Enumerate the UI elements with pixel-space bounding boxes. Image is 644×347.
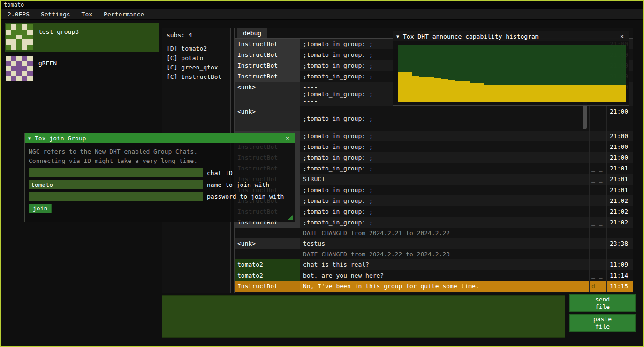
close-icon[interactable]: × (618, 33, 626, 40)
message-text: ---- ;tomato_in_group: ; ---- (300, 106, 589, 131)
histogram-bar (533, 85, 540, 102)
avatar-pixel (11, 71, 17, 76)
sender-name: tomato2 (235, 270, 300, 281)
member-item[interactable]: [C] green_qtox (167, 63, 226, 72)
menu-item-2-0fps[interactable]: 2.0FPS (2, 9, 35, 20)
close-icon[interactable]: × (284, 135, 291, 142)
menu-item-tox[interactable]: Tox (76, 9, 98, 20)
message-text: ;tomato_in_group: ; (300, 152, 589, 163)
message-input[interactable] (162, 295, 565, 338)
group-item[interactable]: gREEN (5, 55, 159, 83)
histogram-bar (605, 85, 612, 102)
subs-header: subs: 4 (167, 31, 226, 39)
histogram-bar (569, 85, 576, 102)
avatar-pixel (11, 45, 17, 50)
join-password-label: password to join with (207, 193, 284, 200)
chat-row[interactable]: <unk>testus_ _23:38 (235, 238, 633, 249)
app-window: tomato 2.0FPSSettingsToxPerformance test… (0, 0, 644, 347)
message-flags: _ _ (589, 152, 606, 163)
message-flags: _ _ (589, 185, 606, 195)
member-item[interactable]: [C] potato (167, 54, 226, 63)
group-item[interactable]: test_group3 (5, 23, 159, 52)
histogram-bar (419, 77, 426, 102)
message-time: 21:02 (606, 195, 633, 206)
collapse-arrow-icon[interactable]: ▼ (396, 33, 399, 40)
sender-name: <unk> (235, 238, 300, 249)
menu-item-settings[interactable]: Settings (35, 9, 76, 20)
histogram-window-titlebar[interactable]: ▼ Tox DHT announce capability histogram … (393, 31, 629, 41)
send-file-button[interactable]: send file (569, 294, 636, 312)
join-window-titlebar[interactable]: ▼ Tox join Group × (25, 133, 295, 143)
join-info-line-1: NGC refers to the New DHT enabled Group … (29, 147, 291, 156)
avatar-pixel (16, 76, 22, 81)
avatar-pixel (27, 35, 33, 40)
join-name-input[interactable] (29, 180, 203, 189)
join-window-title: Tox join Group (35, 135, 86, 142)
avatar-pixel (11, 76, 17, 81)
histogram-bar (448, 80, 455, 102)
message-time (606, 228, 633, 238)
message-text: bot, are you new here? (300, 270, 589, 281)
join-password-input[interactable] (29, 192, 203, 201)
message-time: 21:00 (606, 106, 633, 131)
message-time: 23:38 (606, 238, 633, 249)
avatar-pixel (6, 30, 11, 35)
histogram-bar (612, 85, 619, 102)
sender-name: InstructBot (235, 39, 300, 49)
message-time: 21:00 (606, 152, 633, 163)
join-button[interactable]: join (29, 204, 52, 213)
avatar-pixel (22, 71, 28, 76)
histogram-plot[interactable] (398, 45, 626, 102)
histogram-bar (477, 83, 484, 102)
message-flags: _ _ (589, 217, 606, 228)
histogram-bar (405, 72, 412, 102)
chat-row[interactable]: tomato2bot, are you new here?_ _11:14 (235, 270, 633, 281)
avatar-pixel (27, 66, 33, 71)
avatar-pixel (6, 39, 11, 45)
date-separator-row[interactable]: DATE CHANGED from 2024.2.21 to 2024.2.22 (235, 228, 633, 238)
chat-row[interactable]: tomato2chat is this real?_ _11:09 (235, 259, 633, 270)
histogram-bar (441, 79, 448, 102)
tab-debug[interactable]: debug (237, 28, 267, 38)
chat-row[interactable]: InstructBotNo, I've been in this group f… (235, 281, 633, 292)
histogram-bar (505, 85, 512, 102)
message-flags (589, 249, 606, 259)
histogram-window-title: Tox DHT announce capability histogram (403, 33, 539, 40)
message-text: chat is this real? (300, 259, 589, 270)
avatar-pixel (27, 39, 33, 45)
sender-name: InstructBot (235, 281, 300, 292)
sender-name (235, 228, 300, 238)
message-flags: d (589, 281, 606, 292)
message-text: STRUCT (300, 174, 589, 185)
avatar-pixel (11, 39, 17, 45)
message-text: ;tomato_in_group: ; (300, 217, 589, 228)
avatar-pixel (6, 56, 11, 61)
member-item[interactable]: [D] tomato2 (167, 44, 226, 54)
collapse-arrow-icon[interactable]: ▼ (28, 135, 31, 142)
avatar-pixel (6, 35, 11, 40)
paste-file-button[interactable]: paste file (569, 314, 636, 332)
date-separator-row[interactable]: DATE CHANGED from 2024.2.22 to 2024.2.23 (235, 249, 633, 259)
sender-name: <unk> (235, 82, 300, 106)
sender-name: InstructBot (235, 49, 300, 60)
chat-row[interactable]: <unk>---- ;tomato_in_group: ; ----_ _21:… (235, 106, 633, 131)
message-text: testus (300, 238, 589, 249)
message-time: 21:02 (606, 217, 633, 228)
message-flags: _ _ (589, 259, 606, 270)
chat-id-input[interactable] (29, 168, 203, 177)
sender-name (235, 249, 300, 259)
avatar-pixel (27, 76, 33, 81)
histogram-bar (540, 85, 547, 102)
group-avatar (6, 56, 33, 81)
avatar-pixel (22, 66, 28, 71)
resize-grip[interactable] (288, 215, 293, 220)
avatar-pixel (16, 35, 22, 40)
histogram-bar (512, 85, 519, 102)
group-name: gREEN (38, 56, 57, 67)
message-flags (589, 228, 606, 238)
avatar-pixel (11, 24, 17, 30)
member-item[interactable]: [C] InstructBot (167, 72, 226, 82)
message-time: 21:01 (606, 185, 633, 195)
menu-item-performance[interactable]: Performance (98, 9, 150, 20)
avatar-pixel (6, 61, 11, 66)
